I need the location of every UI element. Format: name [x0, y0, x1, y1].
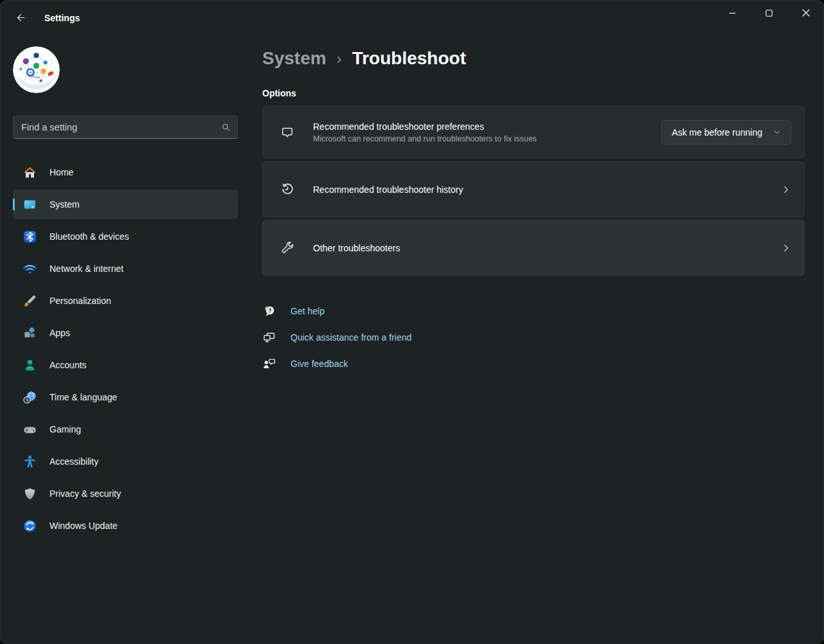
sidebar-item-windows-update[interactable]: Windows Update — [13, 511, 238, 541]
card-title: Recommended troubleshooter preferences — [313, 121, 537, 132]
sidebar-item-label: Personalization — [49, 296, 111, 306]
link-label: Quick assistance from a friend — [291, 332, 411, 343]
sidebar-item-apps[interactable]: Apps — [13, 318, 238, 348]
give-feedback-link[interactable]: Give feedback — [262, 350, 348, 377]
page-title: Troubleshoot — [352, 48, 466, 69]
history-icon — [280, 182, 296, 197]
sidebar-nav: Home System — [13, 157, 238, 541]
search-input[interactable] — [13, 116, 238, 139]
card-title: Other troubleshooters — [313, 243, 400, 253]
remote-screens-icon — [262, 330, 278, 344]
sidebar-item-label: Home — [49, 167, 73, 177]
feedback-person-icon — [262, 357, 278, 371]
gamepad-icon — [22, 422, 37, 437]
window-controls — [714, 0, 824, 26]
sidebar-item-label: System — [49, 199, 80, 210]
settings-window: Settings — [0, 0, 824, 644]
svg-text:?: ? — [268, 307, 272, 314]
sidebar-item-network-internet[interactable]: Network & internet — [13, 254, 238, 283]
accessibility-icon — [22, 454, 37, 469]
breadcrumb-parent[interactable]: System — [262, 48, 327, 69]
paintbrush-icon — [22, 293, 37, 309]
other-troubleshooters-row[interactable]: Other troubleshooters — [262, 220, 805, 276]
chevron-right-icon — [335, 55, 344, 64]
card-subtitle: Microsoft can recommend and run troubles… — [313, 134, 537, 143]
close-button[interactable] — [787, 0, 824, 26]
help-links: ? Get help Quick assistance from a frien… — [262, 298, 805, 377]
main-content: System Troubleshoot Options Recommended … — [251, 31, 824, 644]
app-title: Settings — [44, 13, 80, 23]
message-icon — [280, 125, 296, 139]
chevron-right-icon — [781, 243, 791, 253]
dropdown-value: Ask me before running — [672, 127, 762, 138]
search-box — [13, 116, 238, 139]
sidebar-item-home[interactable]: Home — [13, 157, 238, 187]
troubleshooter-preference-dropdown[interactable]: Ask me before running — [661, 120, 791, 145]
close-icon — [802, 9, 810, 17]
link-label: Give feedback — [291, 359, 348, 369]
chevron-right-icon — [781, 184, 791, 195]
get-help-link[interactable]: ? Get help — [262, 298, 325, 324]
sidebar-item-label: Accounts — [49, 360, 87, 370]
maximize-icon — [766, 10, 773, 17]
sidebar-item-accounts[interactable]: Accounts — [13, 350, 238, 380]
wrench-icon — [280, 240, 296, 255]
sidebar-item-label: Apps — [49, 328, 70, 338]
bluetooth-icon — [22, 229, 37, 244]
troubleshooter-preferences-card: Recommended troubleshooter preferences M… — [262, 106, 805, 158]
sidebar-item-privacy-security[interactable]: Privacy & security — [13, 479, 238, 508]
options-section-label: Options — [262, 88, 805, 98]
system-icon — [22, 197, 37, 212]
card-title: Recommended troubleshooter history — [313, 184, 463, 195]
sidebar-item-accessibility[interactable]: Accessibility — [13, 447, 238, 476]
back-button[interactable] — [8, 7, 33, 29]
sidebar-item-gaming[interactable]: Gaming — [13, 415, 238, 444]
user-avatar — [13, 46, 60, 93]
quick-assist-link[interactable]: Quick assistance from a friend — [262, 324, 411, 350]
home-icon — [22, 165, 37, 180]
minimize-button[interactable] — [714, 0, 751, 26]
shield-icon — [22, 486, 37, 501]
chevron-down-icon — [773, 128, 781, 136]
sidebar-item-system[interactable]: System — [13, 190, 238, 219]
person-icon — [22, 357, 37, 373]
troubleshooter-history-row[interactable]: Recommended troubleshooter history — [262, 161, 805, 217]
sidebar-item-label: Network & internet — [49, 264, 123, 274]
link-label: Get help — [291, 306, 325, 316]
minimize-icon — [729, 10, 736, 17]
sidebar-item-label: Gaming — [49, 424, 81, 434]
update-icon — [22, 518, 37, 533]
breadcrumb: System Troubleshoot — [262, 48, 805, 69]
help-bubble-icon: ? — [262, 304, 278, 318]
wifi-icon — [22, 261, 37, 276]
clock-globe-icon — [22, 389, 37, 405]
sidebar-item-personalization[interactable]: Personalization — [13, 286, 238, 316]
sidebar: Home System — [0, 31, 251, 644]
sidebar-item-time-language[interactable]: Time & language — [13, 382, 238, 412]
apps-icon — [22, 325, 37, 341]
maximize-button[interactable] — [751, 0, 787, 26]
back-arrow-icon — [15, 12, 26, 23]
sidebar-item-label: Windows Update — [49, 521, 118, 531]
search-icon — [221, 123, 231, 132]
sidebar-item-label: Accessibility — [49, 456, 98, 467]
sidebar-item-bluetooth-devices[interactable]: Bluetooth & devices — [13, 222, 238, 251]
titlebar: Settings — [0, 0, 824, 31]
sidebar-item-label: Privacy & security — [49, 488, 121, 499]
sidebar-item-label: Time & language — [49, 392, 117, 402]
sidebar-item-label: Bluetooth & devices — [49, 231, 129, 242]
